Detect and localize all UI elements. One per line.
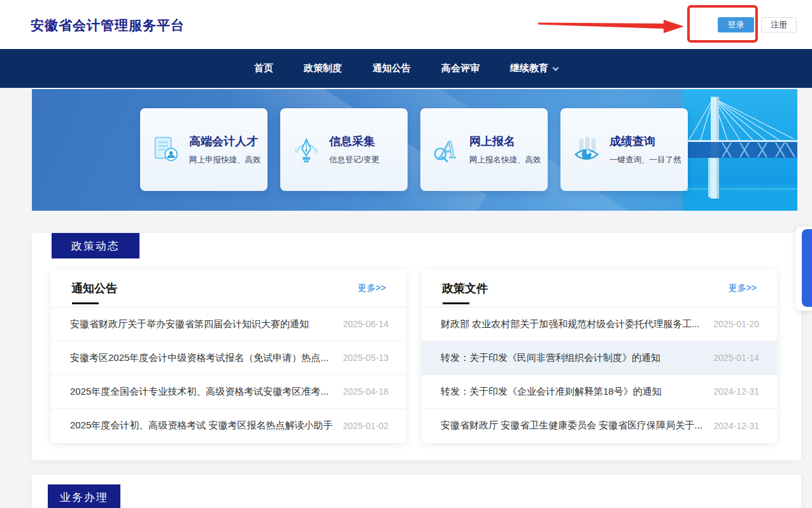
card-title: 信息采集 <box>329 134 379 149</box>
notice-more-link[interactable]: 更多>> <box>358 283 386 294</box>
nav-item-policy-system[interactable]: 政策制度 <box>304 62 342 74</box>
nav-item-senior-review[interactable]: 高会评审 <box>441 62 480 74</box>
policy-dynamics-badge: 政策动态 <box>52 233 139 258</box>
main-nav: 首页 政策制度 通知公告 高会评审 继续教育 <box>0 49 812 88</box>
news-title: 2025年度全国会计专业技术初、高级资格考试安徽考区准考... <box>70 386 329 398</box>
card-info-collection[interactable]: 信息采集 信息登记/变更 <box>280 108 408 191</box>
news-date: 2025-04-18 <box>343 386 388 397</box>
news-title: 安徽省财政厅关于举办安徽省第四届会计知识大赛的通知 <box>70 318 309 330</box>
business-handling-badge: 业务办理 <box>48 484 120 508</box>
notice-panel-title: 通知公告 <box>71 281 117 296</box>
nav-item-label: 继续教育 <box>510 62 548 73</box>
news-date: 2024-12-31 <box>713 386 759 397</box>
policy-file-panel-title: 政策文件 <box>442 281 488 296</box>
policy-file-more-link[interactable]: 更多>> <box>729 283 757 294</box>
news-title: 2025年度会计初、高级资格考试 安徽考区报名热点解读小助手 <box>70 420 333 432</box>
card-title: 高端会计人才 <box>189 134 261 149</box>
card-online-registration[interactable]: A 网上报名 网上报名快捷、高效 <box>420 108 548 191</box>
notice-list-item[interactable]: 2025年度会计初、高级资格考试 安徽考区报名热点解读小助手 2025-01-0… <box>51 409 406 442</box>
notice-list-item[interactable]: 安徽省财政厅关于举办安徽省第四届会计知识大赛的通知 2025-06-14 <box>51 307 406 341</box>
policy-panels: 通知公告 更多>> 安徽省财政厅关于举办安徽省第四届会计知识大赛的通知 2025… <box>51 269 777 443</box>
policy-file-panel: 政策文件 更多>> 财政部 农业农村部关于加强和规范村级会计委托代理服务工...… <box>422 269 777 443</box>
policy-list-item[interactable]: 财政部 农业农村部关于加强和规范村级会计委托代理服务工... 2025-01-2… <box>422 307 777 341</box>
card-subtitle: 信息登记/变更 <box>329 155 379 166</box>
policy-list-item[interactable]: 转发：关于印发《企业会计准则解释第18号》的通知 2024-12-31 <box>422 375 777 409</box>
notice-list-item[interactable]: 安徽考区2025年度会计中级资格考试报名（免试申请）热点... 2025-05-… <box>51 341 406 375</box>
news-title: 转发：关于印发《民间非营利组织会计制度》的通知 <box>441 352 660 364</box>
notice-panel-header: 通知公告 更多>> <box>51 269 406 307</box>
card-score-inquiry[interactable]: 成绩查询 一键查询、一目了然 <box>560 108 688 191</box>
news-title: 财政部 农业农村部关于加强和规范村级会计委托代理服务工... <box>441 318 700 330</box>
news-date: 2025-01-02 <box>343 421 388 431</box>
site-title: 安徽省会计管理服务平台 <box>31 17 185 34</box>
news-title: 安徽省财政厅 安徽省卫生健康委员会 安徽省医疗保障局关于... <box>441 420 702 432</box>
policy-list-item[interactable]: 安徽省财政厅 安徽省卫生健康委员会 安徽省医疗保障局关于... 2024-12-… <box>422 409 777 442</box>
card-title: 网上报名 <box>469 134 541 149</box>
document-person-icon <box>152 135 181 164</box>
bridge-photo <box>683 89 797 211</box>
card-senior-accounting-talent[interactable]: 高端会计人才 网上申报快捷、高效 <box>140 108 267 191</box>
news-date: 2025-06-14 <box>343 319 388 329</box>
hero-banner: 高端会计人才 网上申报快捷、高效 信息采集 信息登记/变更 A <box>32 89 797 211</box>
news-date: 2025-01-20 <box>713 319 759 329</box>
chevron-down-icon <box>553 65 559 71</box>
card-title: 成绩查询 <box>609 134 681 149</box>
quick-entry-cards: 高端会计人才 网上申报快捷、高效 信息采集 信息登记/变更 A <box>140 108 688 191</box>
news-date: 2025-05-13 <box>343 353 388 363</box>
letter-a-search-icon: A <box>432 135 461 164</box>
nav-item-home[interactable]: 首页 <box>254 62 273 74</box>
eye-stats-icon <box>572 135 601 164</box>
policy-list-item[interactable]: 转发：关于印发《民间非营利组织会计制度》的通知 2025-01-14 <box>422 341 777 375</box>
pen-tool-icon <box>292 135 321 164</box>
news-title: 转发：关于印发《企业会计准则解释第18号》的通知 <box>441 386 662 398</box>
policy-dynamics-section: 政策动态 通知公告 更多>> 安徽省财政厅关于举办安徽省第四届会计知识大赛的通知… <box>32 233 801 460</box>
floating-widget-handle[interactable] <box>802 229 812 307</box>
nav-item-continuing-education[interactable]: 继续教育 <box>510 62 558 74</box>
business-handling-section: 业务办理 <box>32 475 801 508</box>
red-arrow-annotation <box>522 11 688 39</box>
register-button[interactable]: 注册 <box>761 17 797 32</box>
policy-file-panel-header: 政策文件 更多>> <box>422 269 777 307</box>
nav-item-notices[interactable]: 通知公告 <box>373 62 411 74</box>
news-date: 2024-12-31 <box>713 421 759 431</box>
card-subtitle: 网上报名快捷、高效 <box>469 155 541 166</box>
news-title: 安徽考区2025年度会计中级资格考试报名（免试申请）热点... <box>70 352 329 364</box>
card-subtitle: 网上申报快捷、高效 <box>189 155 261 166</box>
notice-list-item[interactable]: 2025年度全国会计专业技术初、高级资格考试安徽考区准考... 2025-04-… <box>51 375 406 409</box>
login-button[interactable]: 登录 <box>718 17 754 32</box>
notice-panel: 通知公告 更多>> 安徽省财政厅关于举办安徽省第四届会计知识大赛的通知 2025… <box>51 269 406 443</box>
header: 安徽省会计管理服务平台 登录 注册 <box>0 0 812 49</box>
card-subtitle: 一键查询、一目了然 <box>609 155 681 166</box>
news-date: 2025-01-14 <box>713 353 759 363</box>
